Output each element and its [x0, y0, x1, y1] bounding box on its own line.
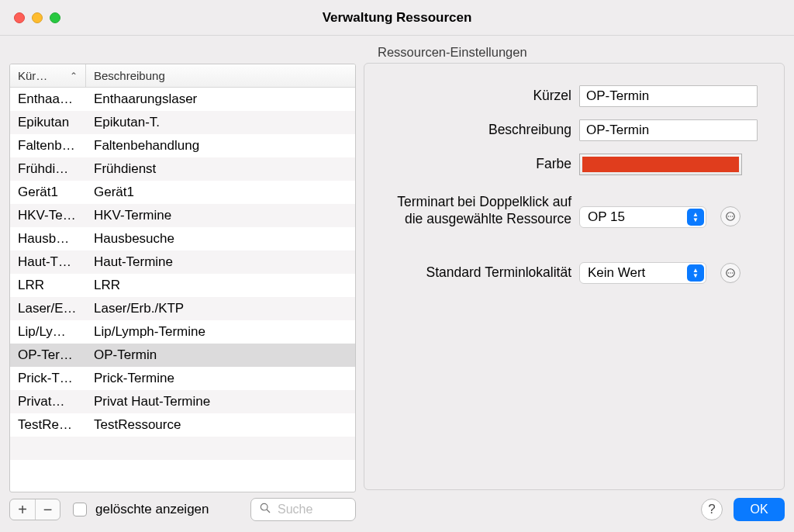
cell-kuerzel: Haut-T… [10, 254, 86, 270]
cell-beschreibung: Lip/Lymph-Termine [86, 324, 355, 340]
cell-kuerzel: Epikutan [10, 115, 86, 130]
add-button[interactable]: + [10, 499, 35, 520]
table-row[interactable]: Hausb…Hausbesuche [10, 227, 355, 250]
table-row[interactable]: OP-Ter…OP-Termin [10, 344, 355, 367]
svg-point-8 [730, 272, 730, 273]
table-row[interactable]: LRRLRR [10, 274, 355, 297]
cell-kuerzel: Frühdi… [10, 161, 86, 177]
cell-beschreibung: Hausbesuche [86, 231, 355, 247]
svg-line-1 [267, 510, 270, 513]
table-row-empty [10, 460, 355, 483]
dialog-footer: ? OK [364, 498, 785, 521]
row-kuerzel: Kürzel [381, 85, 767, 107]
table-row[interactable]: Gerät1Gerät1 [10, 181, 355, 204]
close-window-button[interactable] [14, 12, 25, 23]
resources-table: Kür… ⌃ Beschreibung Enthaa…Enthaarungsla… [9, 64, 356, 492]
add-remove-segment: + − [9, 499, 60, 520]
cell-beschreibung: OP-Termin [86, 347, 355, 363]
cell-beschreibung: Laser/Erb./KTP [86, 301, 355, 316]
table-header-row: Kür… ⌃ Beschreibung [10, 64, 355, 88]
column-header-kuerzel-label: Kür… [18, 69, 47, 82]
ok-button[interactable]: OK [734, 498, 785, 521]
column-header-beschreibung[interactable]: Beschreibung [86, 64, 355, 87]
table-row[interactable]: Privat…Privat Haut-Termine [10, 390, 355, 413]
svg-point-5 [732, 216, 733, 216]
row-beschreibung: Beschreibung [381, 119, 767, 141]
show-deleted-label: gelöschte anzeigen [95, 502, 209, 517]
input-beschreibung[interactable] [579, 119, 758, 141]
select-terminart[interactable]: OP 15 ▲▼ [579, 206, 706, 228]
select-lokalitaet-value: Kein Wert [588, 265, 645, 281]
cell-kuerzel: Hausb… [10, 231, 86, 247]
color-well[interactable] [579, 154, 742, 175]
remove-button[interactable]: − [35, 499, 60, 520]
table-row[interactable]: Prick-T…Prick-Termine [10, 367, 355, 390]
table-row[interactable]: Enthaa…Enthaarungslaser [10, 88, 355, 111]
table-row[interactable]: TestRe…TestRessource [10, 413, 355, 437]
settings-panel-title: Ressourcen-Einstellungen [364, 42, 785, 63]
svg-point-7 [728, 272, 729, 273]
cell-beschreibung: HKV-Termine [86, 208, 355, 223]
stepper-arrows-icon: ▲▼ [687, 264, 704, 282]
row-lokalitaet: Standard Terminlokalität Kein Wert ▲▼ [381, 262, 767, 284]
search-field[interactable] [250, 498, 356, 521]
cell-kuerzel: Lip/Ly… [10, 324, 86, 340]
label-terminart: Terminart bei Doppelklick auf die ausgew… [381, 191, 571, 228]
table-row[interactable]: Faltenb…Faltenbehandlung [10, 134, 355, 157]
cell-kuerzel: TestRe… [10, 417, 86, 433]
select-lokalitaet[interactable]: Kein Wert ▲▼ [579, 262, 706, 284]
show-deleted-checkbox[interactable] [73, 503, 87, 516]
search-input[interactable] [276, 502, 347, 517]
cell-beschreibung: LRR [86, 278, 355, 293]
cell-kuerzel: Prick-T… [10, 371, 86, 386]
help-button[interactable]: ? [701, 499, 723, 520]
cell-beschreibung: Gerät1 [86, 185, 355, 200]
minimize-window-button[interactable] [32, 12, 43, 23]
cell-kuerzel: Enthaa… [10, 92, 86, 107]
label-lokalitaet: Standard Terminlokalität [381, 264, 571, 282]
lokalitaet-options-button[interactable] [720, 263, 740, 283]
label-beschreibung: Beschreibung [381, 122, 571, 139]
svg-point-9 [732, 272, 733, 273]
table-row[interactable]: Lip/Ly…Lip/Lymph-Termine [10, 320, 355, 344]
cell-kuerzel: Faltenb… [10, 138, 86, 154]
column-header-beschreibung-label: Beschreibung [94, 69, 165, 82]
terminart-options-button[interactable] [720, 206, 740, 226]
window-title: Verwaltung Ressourcen [323, 10, 472, 26]
cell-beschreibung: Frühdienst [86, 161, 355, 177]
window-titlebar: Verwaltung Ressourcen [0, 0, 794, 36]
cell-beschreibung: Epikutan-T. [86, 115, 355, 130]
row-farbe: Farbe [381, 154, 767, 175]
cell-beschreibung: Prick-Termine [86, 371, 355, 386]
cell-kuerzel: OP-Ter… [10, 347, 86, 363]
label-farbe: Farbe [381, 156, 571, 173]
svg-point-0 [261, 503, 268, 510]
table-row[interactable]: EpikutanEpikutan-T. [10, 111, 355, 134]
cell-kuerzel: Gerät1 [10, 185, 86, 200]
cell-beschreibung: Haut-Termine [86, 254, 355, 270]
sort-asc-icon: ⌃ [70, 71, 78, 81]
search-icon [259, 502, 271, 518]
column-header-kuerzel[interactable]: Kür… ⌃ [10, 64, 86, 87]
maximize-window-button[interactable] [50, 12, 60, 23]
cell-kuerzel: Laser/E… [10, 301, 86, 316]
cell-beschreibung: TestRessource [86, 417, 355, 433]
table-row[interactable]: Frühdi…Frühdienst [10, 157, 355, 181]
input-kuerzel[interactable] [579, 85, 758, 107]
cell-kuerzel: LRR [10, 278, 86, 293]
traffic-lights [14, 12, 60, 23]
table-body: Enthaa…EnthaarungslaserEpikutanEpikutan-… [10, 88, 355, 492]
select-terminart-value: OP 15 [588, 209, 625, 225]
row-terminart: Terminart bei Doppelklick auf die ausgew… [381, 191, 767, 228]
svg-point-4 [730, 216, 730, 216]
table-row[interactable]: HKV-Te…HKV-Termine [10, 204, 355, 227]
stepper-arrows-icon: ▲▼ [687, 209, 704, 226]
svg-point-3 [728, 216, 729, 216]
cell-beschreibung: Faltenbehandlung [86, 138, 355, 154]
table-row[interactable]: Haut-T…Haut-Termine [10, 250, 355, 274]
settings-panel: Kürzel Beschreibung Farbe Terminart bei … [364, 63, 785, 490]
cell-beschreibung: Privat Haut-Termine [86, 394, 355, 409]
show-deleted-checkbox-group[interactable]: gelöschte anzeigen [70, 500, 209, 519]
label-kuerzel: Kürzel [381, 88, 571, 105]
table-row[interactable]: Laser/E…Laser/Erb./KTP [10, 297, 355, 320]
